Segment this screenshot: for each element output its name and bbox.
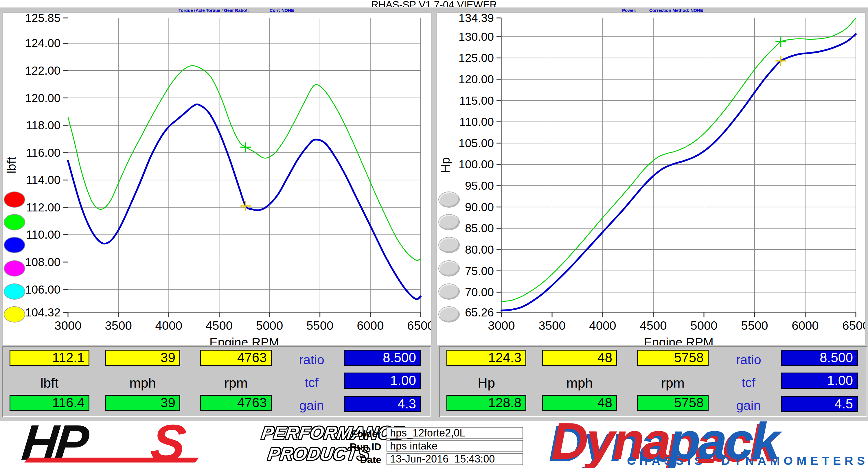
svg-text:4500: 4500 bbox=[640, 319, 666, 332]
torque-unit-label: lbft bbox=[9, 375, 89, 391]
svg-text:114.00: 114.00 bbox=[26, 174, 60, 186]
gain-field[interactable]: 4.5 bbox=[781, 396, 858, 412]
hps-logo: HP S PERFORMANCE PRODUCTS bbox=[16, 421, 331, 467]
folder-field[interactable]: hps_12forte2,0L bbox=[386, 427, 523, 439]
power-cursor2-mph-box: 48 bbox=[542, 395, 617, 411]
svg-text:116.00: 116.00 bbox=[26, 146, 60, 159]
power-plot-border bbox=[501, 18, 856, 312]
ratio-label: ratio bbox=[287, 352, 336, 367]
power-readout-panel: 124.3 48 5758 Hp mph rpm 128.8 48 5758 r… bbox=[439, 346, 867, 417]
power-cursor2-value-box: 128.8 bbox=[446, 395, 526, 411]
power-chart[interactable]: 30003500400045005000550060006500134.3913… bbox=[436, 12, 866, 345]
torque-ticks bbox=[63, 18, 421, 317]
svg-text:124.00: 124.00 bbox=[25, 37, 60, 50]
rpm-label: rpm bbox=[637, 375, 709, 391]
svg-text:4000: 4000 bbox=[155, 319, 182, 332]
ratio-field[interactable]: 8.500 bbox=[781, 350, 858, 366]
viewer-window: RHAS-SP V1.7-04 VIEWER Torque (Axle Torq… bbox=[0, 0, 868, 468]
torque-readout-panel: 112.1 39 4763 lbft mph rpm 116.4 39 4763… bbox=[2, 346, 431, 417]
svg-text:105.00: 105.00 bbox=[459, 137, 494, 150]
tcf-field[interactable]: 1.00 bbox=[344, 373, 421, 389]
stock-power-curve bbox=[501, 34, 856, 311]
date-row: Date 13-Jun-2016 15:43:00 bbox=[341, 453, 532, 466]
trace-button-yellow[interactable] bbox=[4, 306, 25, 322]
svg-text:65.26: 65.26 bbox=[465, 306, 494, 319]
torque-chart[interactable]: 30003500400045005000550060006500125.8512… bbox=[2, 12, 432, 345]
hps-intake-torque-curve bbox=[68, 66, 421, 260]
svg-text:5000: 5000 bbox=[690, 319, 717, 332]
svg-text:75.00: 75.00 bbox=[465, 264, 494, 277]
power-cursor2-rpm-box: 5758 bbox=[637, 395, 709, 411]
window-title: RHAS-SP V1.7-04 VIEWER bbox=[371, 0, 497, 7]
trace-button-disabled-6[interactable] bbox=[438, 306, 460, 322]
svg-text:6000: 6000 bbox=[792, 319, 818, 332]
run-id-field[interactable]: hps intake bbox=[386, 440, 523, 452]
svg-text:4000: 4000 bbox=[589, 319, 616, 332]
trace-button-disabled-4[interactable] bbox=[438, 260, 460, 277]
svg-text:5500: 5500 bbox=[741, 319, 768, 332]
torque-cursor-value-box: 112.1 bbox=[9, 350, 89, 366]
dynapack-dynamometers-text: DYNAMOMETERS bbox=[721, 454, 868, 468]
torque-cursor-cross-1[interactable] bbox=[241, 142, 251, 152]
power-cursor-rpm-box: 5758 bbox=[637, 350, 709, 366]
svg-text:6500: 6500 bbox=[842, 319, 865, 332]
power-chart-svg: 30003500400045005000550060006500134.3913… bbox=[437, 13, 865, 345]
svg-text:70.00: 70.00 bbox=[465, 286, 494, 299]
torque-y-axis-labels: 125.85124.00122.00120.00118.00116.00114.… bbox=[25, 13, 60, 319]
gain-label: gain bbox=[724, 398, 773, 413]
svg-text:125.85: 125.85 bbox=[25, 13, 60, 24]
svg-text:104.32: 104.32 bbox=[25, 306, 60, 319]
footer: HP S PERFORMANCE PRODUCTS Folder hps_12f… bbox=[0, 421, 868, 468]
trace-button-disabled-3[interactable] bbox=[438, 237, 460, 253]
svg-text:6000: 6000 bbox=[357, 319, 384, 332]
svg-text:6500: 6500 bbox=[407, 319, 431, 332]
svg-text:85.00: 85.00 bbox=[465, 222, 494, 235]
svg-text:4500: 4500 bbox=[206, 319, 232, 332]
trace-button-disabled-5[interactable] bbox=[438, 283, 460, 300]
hps-logo-swoosh bbox=[24, 458, 199, 463]
header-strip: Torque (Axle Torque / Gear Ratio):Corr: … bbox=[0, 7, 868, 12]
tcf-label: tcf bbox=[724, 375, 773, 390]
svg-text:120.00: 120.00 bbox=[25, 92, 60, 104]
trace-button-red[interactable] bbox=[4, 191, 25, 208]
svg-text:120.00: 120.00 bbox=[459, 73, 494, 86]
svg-text:106.00: 106.00 bbox=[25, 283, 60, 296]
svg-text:95.00: 95.00 bbox=[465, 179, 494, 192]
trace-button-disabled-1[interactable] bbox=[438, 191, 460, 208]
trace-button-cyan[interactable] bbox=[4, 283, 25, 300]
ratio-field[interactable]: 8.500 bbox=[344, 350, 421, 366]
trace-button-magenta[interactable] bbox=[4, 260, 25, 277]
svg-text:122.00: 122.00 bbox=[25, 64, 60, 77]
power-x-axis-title: Engine RPM bbox=[644, 335, 713, 345]
folder-label: Folder bbox=[341, 428, 381, 439]
gain-label: gain bbox=[287, 398, 336, 413]
torque-x-axis-labels: 30003500400045005000550060006500 bbox=[54, 319, 431, 332]
svg-text:80.00: 80.00 bbox=[465, 243, 494, 256]
torque-cursor-rpm-box: 4763 bbox=[200, 350, 272, 366]
svg-text:134.39: 134.39 bbox=[459, 13, 494, 24]
trace-button-disabled-2[interactable] bbox=[438, 214, 460, 230]
hps-intake-power-curve bbox=[501, 18, 856, 302]
svg-text:5000: 5000 bbox=[256, 319, 283, 332]
trace-button-green[interactable] bbox=[4, 214, 25, 230]
gain-field[interactable]: 4.3 bbox=[344, 396, 421, 412]
power-unit-label: Hp bbox=[446, 375, 526, 391]
run-id-row: Run ID hps intake bbox=[341, 440, 532, 453]
torque-y-axis-title: lbft bbox=[4, 157, 18, 173]
torque-chart-svg: 30003500400045005000550060006500125.8512… bbox=[3, 13, 431, 345]
mph-label: mph bbox=[542, 375, 617, 391]
folder-row: Folder hps_12forte2,0L bbox=[341, 427, 532, 440]
svg-text:90.00: 90.00 bbox=[465, 201, 494, 214]
torque-cursor2-value-box: 116.4 bbox=[9, 395, 89, 411]
torque-plot-border bbox=[68, 18, 421, 312]
trace-button-blue[interactable] bbox=[4, 237, 25, 253]
title-bar: RHAS-SP V1.7-04 VIEWER bbox=[0, 0, 868, 7]
torque-cursor2-mph-box: 39 bbox=[105, 395, 180, 411]
svg-text:110.00: 110.00 bbox=[460, 116, 494, 128]
dynapack-chassis-text: CHASSIS bbox=[627, 454, 706, 468]
dynapack-logo: Dynapack CHASSIS DYNAMOMETERS bbox=[551, 421, 867, 467]
date-field[interactable]: 13-Jun-2016 15:43:00 bbox=[386, 453, 523, 465]
svg-text:3000: 3000 bbox=[488, 319, 515, 332]
tcf-field[interactable]: 1.00 bbox=[781, 373, 858, 389]
mph-label: mph bbox=[105, 375, 180, 391]
